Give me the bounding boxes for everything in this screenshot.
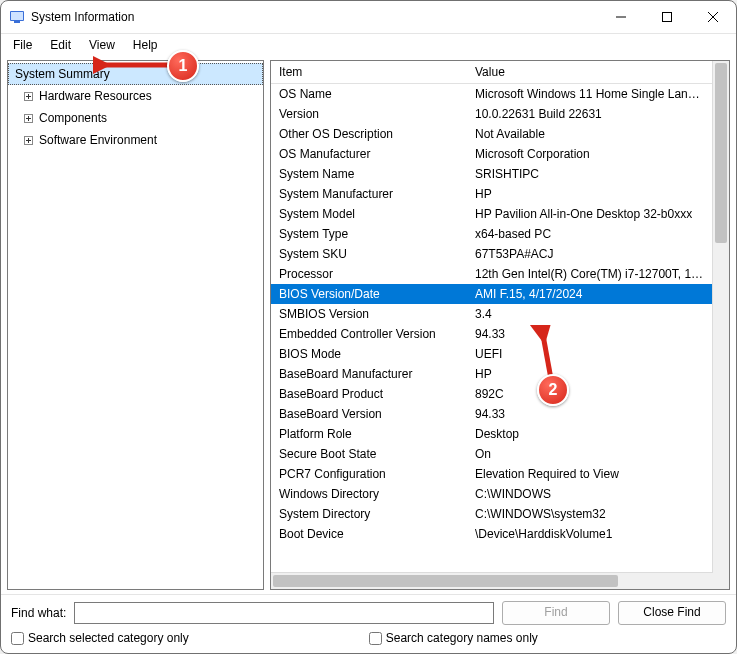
find-bar: Find what: Find Close Find bbox=[1, 594, 736, 629]
details-grid[interactable]: Item Value OS NameMicrosoft Windows 11 H… bbox=[271, 61, 712, 589]
checkbox-search-selected-category[interactable]: Search selected category only bbox=[11, 631, 189, 645]
cell-value: C:\WINDOWS bbox=[467, 484, 712, 504]
minimize-icon bbox=[616, 12, 626, 22]
menu-help[interactable]: Help bbox=[125, 36, 166, 54]
cell-value: C:\WINDOWS\system32 bbox=[467, 504, 712, 524]
grid-row[interactable]: PCR7 ConfigurationElevation Required to … bbox=[271, 464, 712, 484]
grid-row[interactable]: Boot Device\Device\HarddiskVolume1 bbox=[271, 524, 712, 544]
menu-view[interactable]: View bbox=[81, 36, 123, 54]
checkbox-search-category-names[interactable]: Search category names only bbox=[369, 631, 538, 645]
grid-row[interactable]: BaseBoard Product892C bbox=[271, 384, 712, 404]
minimize-button[interactable] bbox=[598, 1, 644, 33]
details-pane: Item Value OS NameMicrosoft Windows 11 H… bbox=[270, 60, 730, 590]
grid-row[interactable]: Processor12th Gen Intel(R) Core(TM) i7-1… bbox=[271, 264, 712, 284]
grid-row[interactable]: BIOS Version/DateAMI F.15, 4/17/2024 bbox=[271, 284, 712, 304]
find-button[interactable]: Find bbox=[502, 601, 610, 625]
svg-rect-1 bbox=[11, 12, 23, 20]
window-title: System Information bbox=[31, 10, 598, 24]
cell-value: UEFI bbox=[467, 344, 712, 364]
titlebar: System Information bbox=[1, 1, 736, 34]
tree-item-label: Hardware Resources bbox=[39, 87, 152, 105]
checkbox-input[interactable] bbox=[11, 632, 24, 645]
cell-item: BIOS Mode bbox=[271, 344, 467, 364]
navigation-tree[interactable]: System Summary Hardware Resources Compon… bbox=[7, 60, 264, 590]
cell-value: 67T53PA#ACJ bbox=[467, 244, 712, 264]
cell-item: SMBIOS Version bbox=[271, 304, 467, 324]
tree-item-software-environment[interactable]: Software Environment bbox=[8, 129, 263, 151]
menu-file[interactable]: File bbox=[5, 36, 40, 54]
close-icon bbox=[708, 12, 718, 22]
maximize-icon bbox=[662, 12, 672, 22]
checkbox-label: Search category names only bbox=[386, 631, 538, 645]
cell-item: System Model bbox=[271, 204, 467, 224]
checkbox-input[interactable] bbox=[369, 632, 382, 645]
tree-item-label: Software Environment bbox=[39, 131, 157, 149]
grid-row[interactable]: BIOS ModeUEFI bbox=[271, 344, 712, 364]
cell-item: System SKU bbox=[271, 244, 467, 264]
cell-item: System Manufacturer bbox=[271, 184, 467, 204]
cell-value: Microsoft Corporation bbox=[467, 144, 712, 164]
grid-row[interactable]: System DirectoryC:\WINDOWS\system32 bbox=[271, 504, 712, 524]
close-find-button[interactable]: Close Find bbox=[618, 601, 726, 625]
tree-item-system-summary[interactable]: System Summary bbox=[8, 63, 263, 85]
cell-item: BaseBoard Product bbox=[271, 384, 467, 404]
cell-item: Boot Device bbox=[271, 524, 467, 544]
scrollbar-thumb[interactable] bbox=[273, 575, 618, 587]
cell-item: Embedded Controller Version bbox=[271, 324, 467, 344]
grid-row[interactable]: Secure Boot StateOn bbox=[271, 444, 712, 464]
content-area: System Summary Hardware Resources Compon… bbox=[1, 56, 736, 594]
annotation-badge-1: 1 bbox=[167, 50, 199, 82]
grid-row[interactable]: OS NameMicrosoft Windows 11 Home Single … bbox=[271, 84, 712, 104]
menu-edit[interactable]: Edit bbox=[42, 36, 79, 54]
grid-row[interactable]: BaseBoard ManufacturerHP bbox=[271, 364, 712, 384]
find-input[interactable] bbox=[74, 602, 494, 624]
expand-icon[interactable] bbox=[24, 136, 33, 145]
cell-item: Secure Boot State bbox=[271, 444, 467, 464]
cell-value: 3.4 bbox=[467, 304, 712, 324]
svg-rect-2 bbox=[14, 21, 20, 23]
grid-row[interactable]: System NameSRISHTIPC bbox=[271, 164, 712, 184]
cell-value: HP Pavilion All-in-One Desktop 32-b0xxx bbox=[467, 204, 712, 224]
cell-value: On bbox=[467, 444, 712, 464]
cell-item: System Type bbox=[271, 224, 467, 244]
grid-row[interactable]: OS ManufacturerMicrosoft Corporation bbox=[271, 144, 712, 164]
grid-row[interactable]: Embedded Controller Version94.33 bbox=[271, 324, 712, 344]
expand-icon[interactable] bbox=[24, 92, 33, 101]
window-controls bbox=[598, 1, 736, 33]
grid-row[interactable]: BaseBoard Version94.33 bbox=[271, 404, 712, 424]
maximize-button[interactable] bbox=[644, 1, 690, 33]
svg-rect-4 bbox=[663, 13, 672, 22]
grid-row[interactable]: System ManufacturerHP bbox=[271, 184, 712, 204]
cell-value: Elevation Required to View bbox=[467, 464, 712, 484]
horizontal-scrollbar[interactable] bbox=[271, 572, 713, 589]
grid-row[interactable]: Version10.0.22631 Build 22631 bbox=[271, 104, 712, 124]
scrollbar-thumb[interactable] bbox=[715, 63, 727, 243]
grid-header: Item Value bbox=[271, 61, 712, 84]
grid-row[interactable]: System Typex64-based PC bbox=[271, 224, 712, 244]
cell-value: 94.33 bbox=[467, 404, 712, 424]
tree-item-components[interactable]: Components bbox=[8, 107, 263, 129]
tree-item-hardware-resources[interactable]: Hardware Resources bbox=[8, 85, 263, 107]
cell-item: Processor bbox=[271, 264, 467, 284]
column-header-value[interactable]: Value bbox=[467, 61, 712, 83]
expand-icon[interactable] bbox=[24, 114, 33, 123]
cell-value: 12th Gen Intel(R) Core(TM) i7-12700T, 14… bbox=[467, 264, 712, 284]
cell-item: OS Manufacturer bbox=[271, 144, 467, 164]
close-button[interactable] bbox=[690, 1, 736, 33]
grid-row[interactable]: System SKU67T53PA#ACJ bbox=[271, 244, 712, 264]
cell-value: Microsoft Windows 11 Home Single Languag… bbox=[467, 84, 712, 104]
cell-item: System Name bbox=[271, 164, 467, 184]
cell-item: BaseBoard Version bbox=[271, 404, 467, 424]
vertical-scrollbar[interactable] bbox=[712, 61, 729, 589]
grid-row[interactable]: Platform RoleDesktop bbox=[271, 424, 712, 444]
cell-item: BIOS Version/Date bbox=[271, 284, 467, 304]
cell-value: Not Available bbox=[467, 124, 712, 144]
cell-item: BaseBoard Manufacturer bbox=[271, 364, 467, 384]
grid-row[interactable]: Windows DirectoryC:\WINDOWS bbox=[271, 484, 712, 504]
grid-row[interactable]: Other OS DescriptionNot Available bbox=[271, 124, 712, 144]
grid-row[interactable]: SMBIOS Version3.4 bbox=[271, 304, 712, 324]
cell-value: 10.0.22631 Build 22631 bbox=[467, 104, 712, 124]
cell-value: Desktop bbox=[467, 424, 712, 444]
grid-row[interactable]: System ModelHP Pavilion All-in-One Deskt… bbox=[271, 204, 712, 224]
column-header-item[interactable]: Item bbox=[271, 61, 467, 83]
